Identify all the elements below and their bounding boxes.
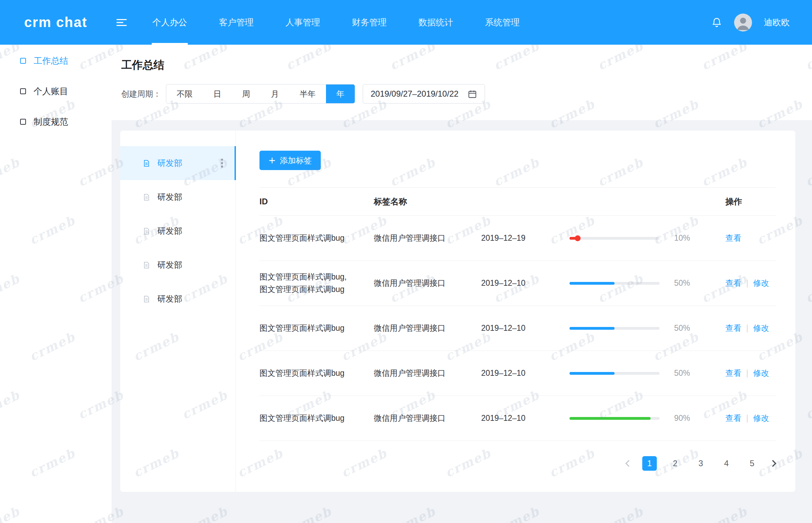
view-link[interactable]: 查看 (725, 413, 741, 424)
nav-item-finance-mgmt[interactable]: 财务管理 (336, 0, 403, 45)
table-row: 图文管理页面样式调bug 微信用户管理调接口 2019–12–10 90% 查看… (259, 396, 776, 441)
document-icon (142, 227, 150, 235)
header-action: 操作 (705, 196, 776, 207)
nav-item-personal-office[interactable]: 个人办公 (136, 0, 203, 45)
view-link[interactable]: 查看 (725, 233, 741, 243)
date-cell: 2019–12–10 (481, 323, 570, 333)
progress-track (570, 372, 660, 375)
progress-bar (570, 417, 667, 420)
period-option-week[interactable]: 周 (232, 85, 261, 103)
view-link[interactable]: 查看 (725, 278, 741, 289)
main-nav: 个人办公 客户管理 人事管理 财务管理 数据统计 系统管理 (136, 0, 536, 45)
date-cell: 2019–12–10 (481, 369, 570, 378)
department-label: 研发部 (157, 192, 227, 203)
action-separator: | (746, 278, 748, 288)
progress-bar (570, 327, 667, 330)
add-tag-label: 添加标签 (280, 155, 312, 166)
department-item[interactable]: 研发部 (120, 180, 236, 214)
header-id: ID (259, 195, 374, 208)
department-item[interactable]: 研发部 (120, 146, 236, 180)
sidebar-item-work-summary[interactable]: 工作总结 (0, 45, 112, 76)
progress-track (570, 417, 660, 420)
nav-label: 个人办公 (152, 17, 187, 28)
document-icon (142, 261, 150, 269)
progress-bar (570, 372, 667, 375)
action-separator: | (746, 414, 748, 423)
main-area: 工作总结 创建周期： 不限 日 周 月 半年 年 2019/09/27–2019… (112, 45, 812, 523)
pagination-page-3[interactable]: 3 (694, 456, 708, 471)
nav-item-data-stats[interactable]: 数据统计 (403, 0, 469, 45)
tag-name-cell: 微信用户管理调接口 (374, 278, 481, 289)
progress-track (570, 282, 660, 285)
progress-percent: 50% (667, 278, 705, 288)
edit-link[interactable]: 修改 (753, 368, 769, 379)
view-link[interactable]: 查看 (725, 323, 741, 334)
collapse-menu-icon[interactable] (116, 17, 127, 28)
progress-fill (570, 282, 615, 285)
row-actions: 查看 (705, 233, 776, 243)
nav-item-customer-mgmt[interactable]: 客户管理 (203, 0, 270, 45)
top-header: crm chat 个人办公 客户管理 人事管理 财务管理 数据统计 系统管理 迪… (0, 0, 812, 45)
add-tag-button[interactable]: 添加标签 (259, 151, 321, 170)
task-id-cell: 图文管理页面样式调bug, 图文管理页面样式调bug (259, 271, 374, 295)
nav-item-system-mgmt[interactable]: 系统管理 (469, 0, 536, 45)
nav-item-hr-mgmt[interactable]: 人事管理 (270, 0, 336, 45)
action-separator: | (746, 323, 748, 333)
department-label: 研发部 (157, 158, 214, 169)
more-options-icon[interactable] (221, 162, 223, 164)
period-option-year[interactable]: 年 (326, 85, 355, 103)
pagination-page-2[interactable]: 2 (668, 456, 682, 471)
avatar[interactable] (734, 14, 752, 32)
pagination-page-5[interactable]: 5 (745, 456, 759, 471)
period-option-unlimited[interactable]: 不限 (166, 85, 203, 103)
document-icon (142, 295, 150, 303)
date-cell: 2019–12–19 (481, 233, 570, 243)
table-row: 图文管理页面样式调bug 微信用户管理调接口 2019–12–10 50% 查看… (259, 306, 776, 351)
edit-link[interactable]: 修改 (753, 278, 769, 289)
document-icon (142, 193, 150, 201)
table-row: 图文管理页面样式调bug, 图文管理页面样式调bug 微信用户管理调接口 201… (259, 261, 776, 306)
nav-label: 人事管理 (285, 17, 320, 28)
progress-fill (570, 237, 579, 240)
square-doc-icon (20, 58, 26, 64)
pagination-prev-icon[interactable] (625, 460, 632, 467)
header-tag-name: 标签名称 (374, 196, 481, 207)
action-separator: | (746, 369, 748, 378)
pagination-page-1[interactable]: 1 (642, 456, 657, 471)
app-screen: crm chat 个人办公 客户管理 人事管理 财务管理 数据统计 系统管理 迪… (0, 0, 812, 523)
date-range-input[interactable]: 2019/09/27–2019/10/22 (363, 84, 485, 104)
filter-row: 创建周期： 不限 日 周 月 半年 年 2019/09/27–2019/10/2… (121, 84, 812, 104)
tags-table: ID 标签名称 操作 图文管理页面样式调bug 微信用户管理调接口 2019–1… (259, 187, 776, 441)
pagination-page-4[interactable]: 4 (719, 456, 734, 471)
department-item[interactable]: 研发部 (120, 214, 236, 248)
nav-label: 客户管理 (219, 17, 254, 28)
department-item[interactable]: 研发部 (120, 282, 236, 316)
sidebar-item-personal-account[interactable]: 个人账目 (0, 76, 112, 106)
task-id-cell: 图文管理页面样式调bug (259, 367, 374, 380)
user-name[interactable]: 迪欧欧 (764, 17, 790, 28)
task-id-cell: 图文管理页面样式调bug (259, 412, 374, 425)
period-option-day[interactable]: 日 (203, 85, 232, 103)
pagination-next-icon[interactable] (769, 460, 776, 467)
progress-percent: 90% (667, 414, 705, 423)
nav-label: 系统管理 (485, 17, 520, 28)
view-link[interactable]: 查看 (725, 368, 741, 379)
progress-bar (570, 237, 667, 240)
row-actions: 查看 | 修改 (705, 323, 776, 334)
period-option-half-year[interactable]: 半年 (289, 85, 326, 103)
department-item[interactable]: 研发部 (120, 248, 236, 282)
row-actions: 查看 | 修改 (705, 368, 776, 379)
tags-content: 添加标签 ID 标签名称 操作 图文管理页面样式调bug 微信用户管理调接 (236, 131, 795, 492)
progress-percent: 50% (667, 323, 705, 333)
progress-track (570, 237, 660, 240)
sidebar-item-rules[interactable]: 制度规范 (0, 106, 112, 137)
row-actions: 查看 | 修改 (705, 413, 776, 424)
calendar-icon (468, 89, 477, 99)
edit-link[interactable]: 修改 (753, 323, 769, 334)
notification-bell-icon[interactable] (711, 17, 722, 28)
period-option-month[interactable]: 月 (261, 85, 289, 103)
department-label: 研发部 (157, 259, 227, 271)
progress-percent: 50% (667, 369, 705, 378)
edit-link[interactable]: 修改 (753, 413, 769, 424)
period-segmented-control: 不限 日 周 月 半年 年 (166, 84, 355, 104)
